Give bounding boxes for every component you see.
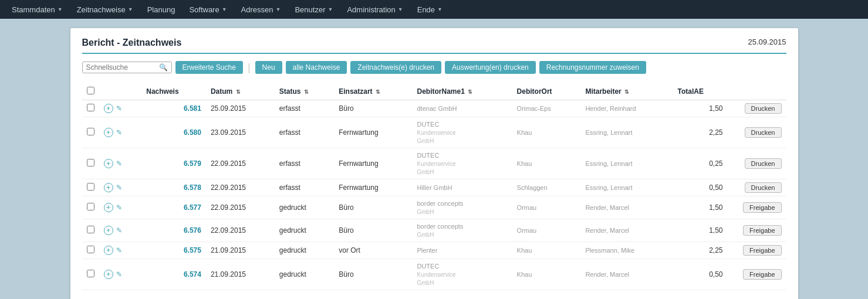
row-action-cell[interactable]: Freigabe (728, 219, 786, 242)
nav-software[interactable]: Software ▼ (182, 0, 234, 19)
edit-icon[interactable]: ✎ (116, 246, 122, 254)
row-checkbox[interactable] (87, 104, 94, 111)
edit-icon[interactable]: ✎ (116, 226, 122, 235)
row-action-cell[interactable]: Freigabe (728, 196, 786, 219)
select-all-checkbox[interactable] (87, 87, 94, 94)
expand-icon[interactable]: + (104, 270, 113, 279)
row-action-button[interactable]: Freigabe (743, 269, 781, 280)
row-checkbox[interactable] (87, 183, 94, 191)
th-datum[interactable]: Datum ⇅ (206, 83, 275, 100)
row-einsatzart: Fernwartung (334, 179, 412, 196)
navbar: Stammdaten ▼ Zeitnachweise ▼ Planung Sof… (0, 0, 868, 19)
row-debitorname: DUTECKundenserviceGmbH (412, 117, 512, 148)
alle-nachweise-button[interactable]: alle Nachweise (286, 61, 347, 74)
th-status[interactable]: Status ⇅ (275, 83, 334, 100)
table-row: + ✎ 6.581 25.09.2015 erfasst Büro dtenac… (82, 100, 786, 117)
row-action-cell[interactable]: Drucken (728, 179, 786, 196)
expand-icon[interactable]: + (104, 183, 113, 192)
row-checkbox-cell[interactable] (82, 242, 99, 259)
row-action-button[interactable]: Drucken (745, 103, 782, 114)
table-row: + ✎ 6.576 22.09.2015 gedruckt Büro borde… (82, 219, 786, 242)
row-nachweis: 6.577 (141, 196, 206, 219)
row-checkbox[interactable] (87, 270, 94, 277)
row-icon-cell[interactable]: + ✎ (99, 196, 142, 219)
neu-button[interactable]: Neu (255, 61, 282, 74)
row-einsatzart: Fernwartung (334, 117, 412, 148)
row-debitorname: border conceptsGmbH (412, 196, 512, 219)
row-checkbox[interactable] (87, 159, 94, 167)
row-icon-cell[interactable]: + ✎ (99, 117, 142, 148)
row-icon-cell[interactable]: + ✎ (99, 259, 142, 290)
edit-icon[interactable]: ✎ (116, 203, 122, 212)
expand-icon[interactable]: + (104, 104, 113, 113)
nav-benutzer[interactable]: Benutzer ▼ (288, 0, 340, 19)
row-action-cell[interactable]: Drucken (728, 148, 786, 179)
row-checkbox-cell[interactable] (82, 117, 99, 148)
erweiterte-suche-button[interactable]: Erweiterte Suche (175, 61, 243, 74)
edit-icon[interactable]: ✎ (116, 104, 122, 113)
rechnung-button[interactable]: Rechnungsnummer zuweisen (539, 61, 646, 74)
row-icon-cell[interactable]: + ✎ (99, 148, 142, 179)
row-action-cell[interactable]: Drucken (728, 117, 786, 148)
row-checkbox[interactable] (87, 226, 94, 233)
drucken-button[interactable]: Zeitnachweis(e) drucken (350, 61, 441, 74)
row-icon-cell[interactable]: + ✎ (99, 179, 142, 196)
th-einsatzart[interactable]: Einsatzart ⇅ (334, 83, 412, 100)
row-datum: 22.09.2015 (206, 219, 275, 242)
edit-icon[interactable]: ✎ (116, 270, 122, 278)
row-debitorort: Khau (512, 242, 581, 259)
nav-zeitnachweise[interactable]: Zeitnachweise ▼ (70, 0, 140, 19)
divider: | (248, 62, 251, 74)
row-action-cell[interactable]: Drucken (728, 100, 786, 117)
row-icon-cell[interactable]: + ✎ (99, 100, 142, 117)
row-action-button[interactable]: Drucken (745, 127, 782, 138)
search-input[interactable] (86, 63, 157, 72)
row-mitarbeiter: Render, Marcel (580, 196, 673, 219)
row-action-cell[interactable]: Freigabe (728, 242, 786, 259)
row-action-button[interactable]: Drucken (745, 182, 782, 193)
row-action-cell[interactable]: Freigabe (728, 259, 786, 290)
row-icon-cell[interactable]: + ✎ (99, 219, 142, 242)
row-checkbox[interactable] (87, 203, 94, 210)
row-action-button[interactable]: Freigabe (743, 245, 781, 256)
chevron-down-icon: ▼ (398, 6, 403, 12)
row-nachweis: 6.579 (141, 148, 206, 179)
edit-icon[interactable]: ✎ (116, 184, 122, 192)
nav-adressen[interactable]: Adressen ▼ (234, 0, 288, 19)
expand-icon[interactable]: + (104, 246, 113, 255)
row-status: erfasst (275, 117, 334, 148)
expand-icon[interactable]: + (104, 226, 113, 235)
row-checkbox-cell[interactable] (82, 148, 99, 179)
row-icon-cell[interactable]: + ✎ (99, 242, 142, 259)
nav-stammdaten[interactable]: Stammdaten ▼ (5, 0, 70, 19)
expand-icon[interactable]: + (104, 159, 113, 168)
nav-administration[interactable]: Administration ▼ (340, 0, 410, 19)
th-debitorname[interactable]: DebitorName1 ⇅ (412, 83, 512, 100)
row-checkbox-cell[interactable] (82, 259, 99, 290)
row-datum: 21.09.2015 (206, 242, 275, 259)
row-total: 0,25 (673, 148, 728, 179)
row-nachweis: 6.575 (141, 242, 206, 259)
auswertung-button[interactable]: Auswertung(en) drucken (445, 61, 536, 74)
row-action-button[interactable]: Freigabe (743, 202, 781, 213)
th-select-all[interactable] (82, 83, 99, 100)
row-checkbox-cell[interactable] (82, 219, 99, 242)
nav-ende[interactable]: Ende ▼ (410, 0, 450, 19)
row-checkbox-cell[interactable] (82, 100, 99, 117)
row-action-button[interactable]: Drucken (745, 158, 782, 169)
expand-icon[interactable]: + (104, 128, 113, 137)
row-checkbox[interactable] (87, 246, 94, 253)
row-checkbox-cell[interactable] (82, 196, 99, 219)
th-mitarbeiter[interactable]: Mitarbeiter ⇅ (580, 83, 673, 100)
edit-icon[interactable]: ✎ (116, 128, 122, 137)
row-checkbox[interactable] (87, 128, 94, 135)
expand-icon[interactable]: + (104, 203, 113, 212)
row-checkbox-cell[interactable] (82, 179, 99, 196)
row-action-button[interactable]: Freigabe (743, 225, 781, 236)
nav-planung[interactable]: Planung (140, 0, 183, 19)
edit-icon[interactable]: ✎ (116, 159, 122, 168)
table-row: + ✎ 6.574 21.09.2015 gedruckt Büro DUTEC… (82, 259, 786, 290)
row-debitorort: Ormau (512, 196, 581, 219)
chevron-down-icon: ▼ (128, 6, 133, 12)
search-wrapper[interactable]: 🔍 (82, 62, 172, 73)
